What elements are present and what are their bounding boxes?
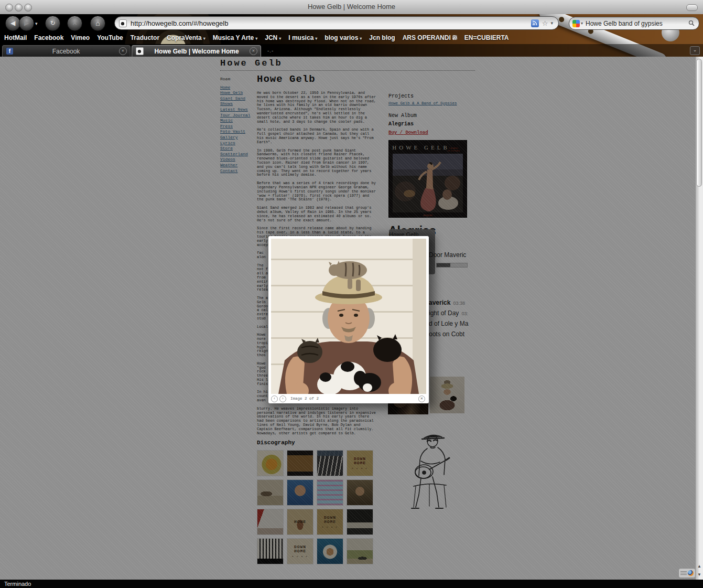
toolbar-toggle-pill[interactable] xyxy=(686,4,698,11)
extension-badge-text-lines xyxy=(680,571,687,575)
howegelb-favicon xyxy=(136,47,144,55)
bookmarks-toolbar: HotMail Facebook Vimeo YouTube Traductor… xyxy=(0,31,703,44)
feed-icon xyxy=(452,35,457,40)
bookmark-ars-operandi[interactable]: ARS OPERANDI xyxy=(403,34,457,41)
search-magnifier-icon[interactable] xyxy=(688,19,695,28)
reload-button[interactable]: ↻ xyxy=(45,16,60,31)
forward-arrow-icon: ▶ xyxy=(24,19,29,27)
url-text[interactable]: http://howegelb.com/#/howegelb xyxy=(131,19,531,27)
reload-icon: ↻ xyxy=(50,19,55,27)
bookmark-en-cubierta[interactable]: EN=CUBIERTA xyxy=(464,34,509,41)
tab-howe-gelb-active[interactable]: Howe Gelb | Welcome Home ✕ xyxy=(132,45,261,57)
status-bar: Terminado xyxy=(0,580,703,588)
window-titlebar: Howe Gelb | Welcome Home xyxy=(0,0,703,15)
back-arrow-icon: ◀ xyxy=(10,19,15,27)
stop-icon: ✕ xyxy=(72,19,77,27)
tab-bar-decoration: -.- xyxy=(267,48,274,54)
scroll-down-button[interactable]: ▼ xyxy=(696,571,703,579)
tab-close-button[interactable]: ✕ xyxy=(119,47,127,55)
rss-feed-icon[interactable] xyxy=(531,19,539,27)
browser-window: Howe Gelb | Welcome Home ◀ ▶ ▾ ↻ ✕ ⌂ htt… xyxy=(0,0,703,588)
lightbox: ‹ › Image 2 of 2 ✕ xyxy=(268,236,429,403)
chevron-down-icon: ▾ xyxy=(203,36,206,41)
address-bar[interactable]: http://howegelb.com/#/howegelb ☆ ▾ xyxy=(114,16,559,30)
bookmark-jcn-blog[interactable]: Jcn blog xyxy=(369,34,395,41)
navigation-toolbar: ◀ ▶ ▾ ↻ ✕ ⌂ http://howegelb.com/#/howege… xyxy=(0,14,703,31)
vertical-scrollbar[interactable]: ▲ ▼ xyxy=(695,57,703,580)
bookmark-vimeo[interactable]: Vimeo xyxy=(71,34,90,41)
history-dropdown-icon[interactable]: ▾ xyxy=(35,21,38,26)
home-button[interactable]: ⌂ xyxy=(90,16,105,31)
page-viewport: Howe Gelb Roam Home Howe Gelb Giant Sand… xyxy=(0,57,696,580)
lightbox-caption-bar: ‹ › Image 2 of 2 ✕ xyxy=(271,394,426,403)
extension-badge[interactable] xyxy=(678,568,696,578)
bookmark-youtube[interactable]: YouTube xyxy=(97,34,123,41)
extension-logo-icon xyxy=(688,570,694,576)
bookmark-traductor[interactable]: Traductor xyxy=(131,34,159,41)
url-dropdown-icon[interactable]: ▾ xyxy=(550,20,553,26)
facebook-icon: f xyxy=(6,48,13,55)
lightbox-caption: Image 2 of 2 xyxy=(290,397,418,401)
search-box[interactable]: ▾ Howe Gelb band of gypsies xyxy=(569,17,699,30)
lightbox-close-button[interactable]: ✕ xyxy=(418,395,425,402)
search-input[interactable]: Howe Gelb band of gypsies xyxy=(586,20,688,27)
lightbox-prev-button[interactable]: ‹ xyxy=(271,395,278,402)
home-icon: ⌂ xyxy=(95,19,100,27)
tab-facebook[interactable]: f Facebook ✕ xyxy=(2,45,131,57)
bookmark-folder-blog-varios[interactable]: blog varios▾ xyxy=(325,34,362,41)
bookmark-star-icon[interactable]: ☆ xyxy=(542,19,548,27)
back-button[interactable]: ◀ xyxy=(5,16,20,31)
tab-bar: f Facebook ✕ Howe Gelb | Welcome Home ✕ … xyxy=(0,44,703,57)
search-engine-dropdown-icon[interactable]: ▾ xyxy=(581,21,583,26)
site-favicon xyxy=(119,19,127,27)
lightbox-next-button[interactable]: › xyxy=(279,395,286,402)
chevron-down-icon: ▾ xyxy=(360,36,362,41)
chevron-down-icon: ▾ xyxy=(255,36,257,41)
list-all-tabs-button[interactable]: ⌄ xyxy=(690,46,700,55)
tab-close-button[interactable]: ✕ xyxy=(250,47,257,55)
forward-button[interactable]: ▶ xyxy=(19,16,34,31)
google-search-engine-icon[interactable] xyxy=(572,20,580,27)
scrollbar-thumb[interactable] xyxy=(696,59,702,187)
bookmark-folder-copraventa[interactable]: CopraVenta▾ xyxy=(167,34,206,41)
chevron-down-icon: ▾ xyxy=(279,36,281,41)
bookmark-facebook[interactable]: Facebook xyxy=(34,34,63,41)
chevron-down-icon: ▾ xyxy=(315,36,317,41)
scroll-up-button[interactable]: ▲ xyxy=(696,562,703,570)
window-title: Howe Gelb | Welcome Home xyxy=(0,3,703,10)
bookmark-hotmail[interactable]: HotMail xyxy=(4,34,27,41)
bookmark-folder-jcn[interactable]: JCN▾ xyxy=(265,34,281,41)
stop-button[interactable]: ✕ xyxy=(67,16,82,31)
lightbox-photo-man-with-kittens[interactable] xyxy=(271,239,426,394)
bookmark-folder-i-musica[interactable]: I musica▾ xyxy=(288,34,317,41)
bookmark-folder-musica-y-arte[interactable]: Musica Y Arte▾ xyxy=(213,34,258,41)
